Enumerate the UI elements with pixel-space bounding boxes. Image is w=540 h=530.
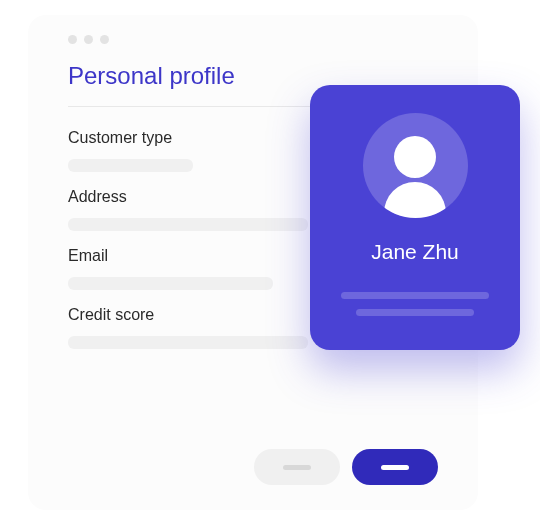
cancel-button[interactable]: [254, 449, 340, 485]
button-row: [254, 449, 438, 485]
email-input[interactable]: [68, 277, 273, 290]
window-control-dot[interactable]: [84, 35, 93, 44]
avatar: [363, 113, 468, 218]
button-label-placeholder: [283, 465, 311, 470]
credit-score-input[interactable]: [68, 336, 308, 349]
customer-type-input[interactable]: [68, 159, 193, 172]
window-controls: [68, 35, 438, 44]
window-control-dot[interactable]: [68, 35, 77, 44]
profile-info-placeholder: [356, 309, 474, 316]
profile-card: Jane Zhu: [310, 85, 520, 350]
submit-button[interactable]: [352, 449, 438, 485]
profile-info-placeholder: [341, 292, 489, 299]
avatar-body-icon: [384, 182, 446, 218]
address-input[interactable]: [68, 218, 308, 231]
divider: [68, 106, 318, 107]
window-control-dot[interactable]: [100, 35, 109, 44]
button-label-placeholder: [381, 465, 409, 470]
avatar-head-icon: [394, 136, 436, 178]
profile-name: Jane Zhu: [371, 240, 459, 264]
